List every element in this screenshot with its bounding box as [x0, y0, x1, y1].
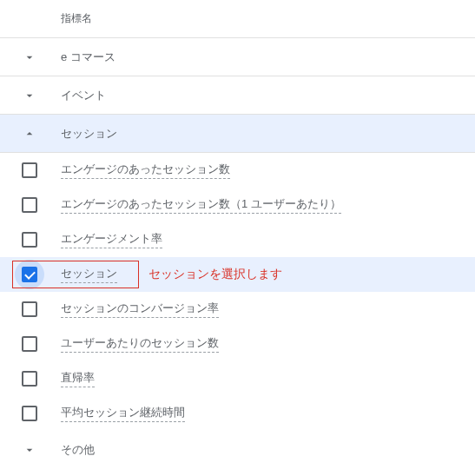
chevron-down-icon — [19, 89, 40, 102]
annotation-text: セッションを選択します — [148, 267, 282, 282]
checkbox-wrap[interactable] — [19, 336, 40, 352]
chevron-down-icon — [19, 443, 40, 457]
checkbox-icon — [22, 371, 37, 387]
checkbox-wrap[interactable] — [19, 406, 40, 421]
metric-label: 平均セッション継続時間 — [61, 405, 185, 422]
metric-label: エンゲージのあったセッション数 — [61, 162, 230, 179]
category-session[interactable]: セッション — [0, 115, 475, 153]
metric-row-sessions-per-user[interactable]: ユーザーあたりのセッション数 — [0, 327, 475, 361]
category-label: セッション — [61, 126, 117, 142]
metric-label: エンゲージのあったセッション数（1 ユーザーあたり） — [61, 196, 341, 214]
checkbox-wrap[interactable] — [19, 301, 40, 317]
metric-row-avg-session-duration[interactable]: 平均セッション継続時間 — [0, 396, 475, 431]
metric-row-bounce-rate[interactable]: 直帰率 — [0, 361, 475, 396]
checkbox-icon — [22, 336, 37, 352]
checkbox-icon — [22, 197, 37, 213]
metric-label: ユーザーあたりのセッション数 — [61, 335, 219, 353]
column-header-label: 指標名 — [61, 11, 92, 26]
checkbox-wrap[interactable] — [19, 197, 40, 213]
chevron-up-icon — [19, 127, 40, 141]
metric-row-session-conversion-rate[interactable]: セッションのコンバージョン率 — [0, 292, 475, 327]
category-label: e コマース — [61, 50, 115, 65]
checkbox-wrap[interactable] — [19, 267, 40, 282]
column-header-row: 指標名 — [0, 0, 475, 38]
category-event[interactable]: イベント — [0, 76, 475, 115]
checkbox-icon — [22, 406, 37, 421]
metric-row-engaged-sessions-per-user[interactable]: エンゲージのあったセッション数（1 ユーザーあたり） — [0, 188, 475, 222]
checkbox-wrap[interactable] — [19, 162, 40, 178]
checkbox-icon — [22, 301, 37, 317]
chevron-down-icon — [19, 50, 40, 64]
metric-label: 直帰率 — [61, 370, 95, 387]
metric-label: セッション — [61, 266, 117, 283]
category-label: その他 — [61, 442, 95, 458]
checkbox-wrap[interactable] — [19, 371, 40, 387]
metric-label: エンゲージメント率 — [61, 231, 162, 248]
checkbox-icon — [22, 162, 37, 178]
checkbox-wrap[interactable] — [19, 232, 40, 248]
category-label: イベント — [61, 88, 106, 103]
metric-row-engaged-sessions[interactable]: エンゲージのあったセッション数 — [0, 153, 475, 188]
metric-label: セッションのコンバージョン率 — [61, 301, 219, 318]
category-other[interactable]: その他 — [0, 431, 475, 469]
metric-row-engagement-rate[interactable]: エンゲージメント率 — [0, 222, 475, 257]
category-ecommerce[interactable]: e コマース — [0, 38, 475, 76]
checkbox-icon — [22, 232, 37, 248]
metric-row-sessions[interactable]: セッション セッションを選択します — [0, 257, 475, 292]
